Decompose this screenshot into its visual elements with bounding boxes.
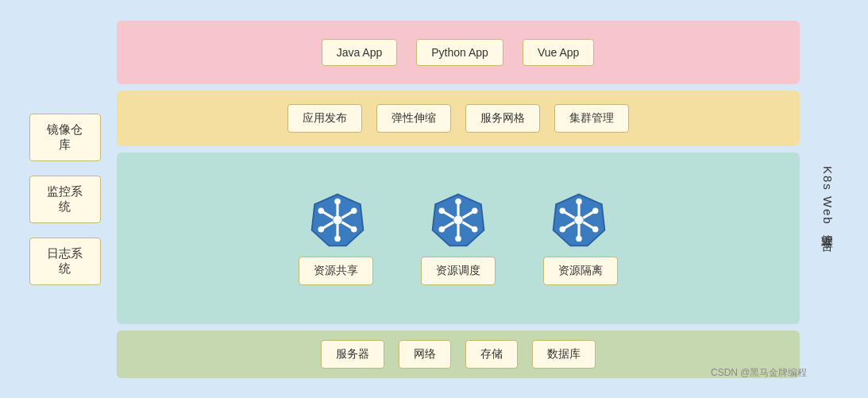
watermark: CSDN @黑马金牌编程 (711, 366, 808, 380)
svg-point-40 (559, 226, 565, 232)
left-sidebar: 镜像仓库 监控系统 日志系统 (21, 21, 109, 378)
k8s-icon-2 (430, 191, 487, 249)
right-platform-label: K8s Web管理平台 (808, 21, 847, 378)
svg-point-39 (592, 226, 598, 232)
svg-point-38 (559, 207, 565, 213)
resource-share-box: 资源共享 (299, 257, 373, 285)
storage-box: 存储 (465, 340, 518, 369)
sidebar-item-log: 日志系统 (29, 238, 101, 285)
elastic-box: 弹性伸缩 (376, 104, 451, 133)
svg-point-22 (455, 199, 461, 204)
python-app-box: Python App (416, 39, 503, 66)
svg-point-11 (351, 226, 357, 232)
svg-point-29 (574, 215, 583, 224)
svg-point-10 (318, 207, 323, 213)
svg-point-23 (455, 235, 461, 241)
main-content: Java App Python App Vue App 应用发布 弹性伸缩 服务… (117, 21, 800, 378)
sidebar-item-monitor: 监控系统 (29, 176, 101, 223)
svg-point-41 (592, 207, 598, 213)
svg-point-1 (333, 215, 341, 224)
resource-isolate-box: 资源隔离 (543, 257, 618, 285)
deploy-box: 应用发布 (287, 104, 362, 133)
features-section: 应用发布 弹性伸缩 服务网格 集群管理 (117, 91, 800, 146)
svg-point-26 (438, 226, 444, 232)
outer-container: 镜像仓库 监控系统 日志系统 Java App Python App Vue A… (14, 13, 855, 386)
server-box: 服务器 (321, 340, 384, 369)
vue-app-box: Vue App (523, 39, 594, 66)
svg-point-37 (576, 235, 581, 241)
k8s-icon-1 (309, 191, 366, 249)
infra-section: 服务器 网络 存储 数据库 (117, 330, 800, 378)
k8s-icon-3 (550, 191, 608, 249)
svg-point-15 (453, 215, 462, 224)
svg-point-24 (438, 207, 444, 213)
svg-point-36 (576, 199, 581, 204)
svg-point-25 (472, 226, 477, 232)
svg-point-8 (334, 199, 340, 204)
k8s-labels-row: 资源共享 资源调度 资源隔离 (299, 257, 618, 285)
svg-point-13 (351, 207, 357, 213)
sidebar-item-mirror: 镜像仓库 (29, 114, 101, 161)
svg-point-27 (472, 207, 477, 213)
cluster-box: 集群管理 (554, 104, 629, 133)
svg-point-12 (318, 226, 323, 232)
k8s-section: 资源共享 资源调度 资源隔离 (117, 153, 800, 324)
apps-section: Java App Python App Vue App (117, 21, 800, 84)
k8s-icons-row (309, 191, 608, 249)
java-app-box: Java App (322, 39, 398, 66)
network-box: 网络 (399, 340, 451, 369)
svg-point-9 (334, 235, 340, 241)
database-box: 数据库 (532, 340, 596, 369)
service-mesh-box: 服务网格 (465, 104, 540, 133)
resource-schedule-box: 资源调度 (421, 257, 496, 285)
